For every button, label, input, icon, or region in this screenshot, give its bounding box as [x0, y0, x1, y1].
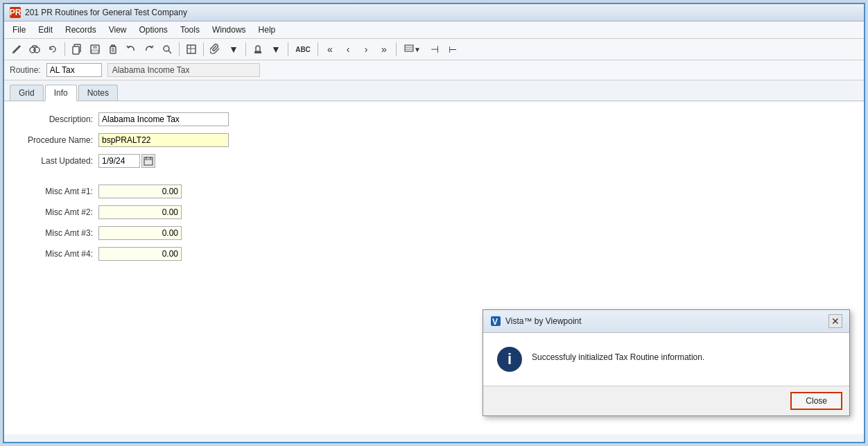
dialog-close-button[interactable]: ✕	[828, 314, 842, 328]
misc1-input[interactable]	[98, 185, 182, 198]
svg-point-10	[164, 46, 169, 51]
dialog-message: Successfuly initialized Tax Routine info…	[532, 347, 704, 362]
separator5	[288, 42, 288, 56]
date-row	[98, 154, 155, 168]
stamp-icon[interactable]	[250, 41, 266, 58]
misc3-input[interactable]	[98, 226, 182, 240]
spell-icon[interactable]: ABC	[292, 41, 314, 58]
svg-rect-16	[405, 45, 413, 51]
menu-edit[interactable]: Edit	[33, 23, 58, 37]
procedure-input[interactable]	[98, 133, 229, 147]
misc2-row: Misc Amt #2:	[15, 205, 853, 219]
menu-tools[interactable]: Tools	[175, 23, 205, 37]
routine-input[interactable]	[46, 63, 102, 77]
misc2-label: Misc Amt #2:	[15, 207, 98, 217]
menu-file[interactable]: File	[7, 23, 31, 37]
dialog-footer: Close	[483, 386, 849, 415]
procedure-row: Procedure Name:	[15, 133, 853, 147]
undo-icon[interactable]	[123, 41, 139, 58]
vista-icon: V	[490, 316, 501, 327]
nav-next-icon[interactable]: ›	[358, 41, 374, 58]
separator1	[64, 42, 65, 56]
attach-dropdown-icon[interactable]: ▼	[225, 41, 242, 58]
svg-rect-19	[144, 157, 153, 165]
tab-notes[interactable]: Notes	[78, 85, 118, 101]
last-updated-row: Last Updated:	[15, 154, 853, 168]
info-icon: i	[497, 347, 522, 372]
dialog-body: i Successfuly initialized Tax Routine in…	[483, 333, 849, 386]
svg-rect-7	[110, 46, 116, 53]
copy-icon[interactable]	[69, 41, 85, 58]
nav-end-icon[interactable]: ⊢	[444, 41, 461, 58]
app-icon: PR	[10, 7, 21, 18]
menu-help[interactable]: Help	[253, 23, 281, 37]
description-row: Description:	[15, 112, 853, 126]
grid-icon[interactable]	[183, 41, 200, 58]
calendar-icon[interactable]	[141, 154, 155, 168]
binoculars-icon[interactable]	[26, 41, 43, 58]
view-icon[interactable]: ▼	[400, 41, 425, 58]
misc1-label: Misc Amt #1:	[15, 187, 98, 196]
menu-records[interactable]: Records	[60, 23, 102, 37]
routine-label: Routine:	[10, 65, 41, 75]
toolbar: ▼ ▼ ABC « ‹ › » ▼ ⊣ ⊢	[4, 39, 864, 60]
separator4	[245, 42, 246, 56]
procedure-label: Procedure Name:	[15, 135, 98, 145]
dialog-titlebar: V Vista™ by Viewpoint ✕	[483, 310, 849, 333]
tab-info[interactable]: Info	[45, 85, 77, 101]
separator7	[396, 42, 397, 56]
misc4-row: Misc Amt #4:	[15, 247, 853, 261]
misc2-input[interactable]	[98, 205, 182, 219]
misc4-label: Misc Amt #4:	[15, 249, 98, 259]
nav-begin-icon[interactable]: ⊣	[426, 41, 443, 58]
svg-rect-12	[187, 45, 196, 53]
stamp-dropdown-icon[interactable]: ▼	[268, 41, 284, 58]
save-icon[interactable]	[87, 41, 103, 58]
menu-windows[interactable]: Windows	[207, 23, 252, 37]
routine-name-field	[107, 63, 260, 77]
nav-last-icon[interactable]: »	[376, 41, 392, 58]
description-label: Description:	[15, 114, 98, 124]
tab-grid[interactable]: Grid	[10, 85, 44, 101]
date-input[interactable]	[98, 154, 140, 168]
main-window: PR 201 PR Routines for General Test Comp…	[3, 3, 865, 443]
routine-bar: Routine:	[4, 60, 864, 80]
close-button[interactable]: Close	[790, 392, 842, 410]
svg-rect-6	[92, 50, 98, 53]
description-input[interactable]	[98, 112, 229, 126]
nav-prev-icon[interactable]: ‹	[340, 41, 356, 58]
svg-text:V: V	[492, 317, 498, 327]
separator6	[318, 42, 318, 56]
misc3-row: Misc Amt #3:	[15, 226, 853, 240]
separator2	[179, 42, 180, 56]
edit-icon[interactable]	[8, 41, 25, 58]
last-updated-label: Last Updated:	[15, 156, 98, 166]
attach-icon[interactable]	[207, 41, 224, 58]
tab-bar: Grid Info Notes	[4, 80, 864, 101]
misc4-input[interactable]	[98, 247, 182, 261]
svg-rect-3	[73, 46, 79, 54]
svg-rect-5	[93, 45, 97, 49]
misc1-row: Misc Amt #1:	[15, 185, 853, 198]
dialog-title-left: V Vista™ by Viewpoint	[490, 316, 582, 327]
title-bar: PR 201 PR Routines for General Test Comp…	[4, 4, 864, 22]
nav-first-icon[interactable]: «	[322, 41, 338, 58]
delete-icon[interactable]	[105, 41, 121, 58]
svg-line-11	[168, 51, 171, 53]
search-icon[interactable]	[159, 41, 175, 58]
menu-bar: File Edit Records View Options Tools Win…	[4, 22, 864, 39]
menu-options[interactable]: Options	[134, 23, 173, 37]
window-title: 201 PR Routines for General Test Company	[25, 8, 187, 17]
misc3-label: Misc Amt #3:	[15, 228, 98, 238]
separator3	[203, 42, 204, 56]
menu-view[interactable]: View	[103, 23, 132, 37]
refresh-icon[interactable]	[44, 41, 61, 58]
dialog-title-text: Vista™ by Viewpoint	[505, 316, 582, 326]
redo-icon[interactable]	[141, 41, 157, 58]
dialog: V Vista™ by Viewpoint ✕ i Successfuly in…	[483, 309, 850, 416]
